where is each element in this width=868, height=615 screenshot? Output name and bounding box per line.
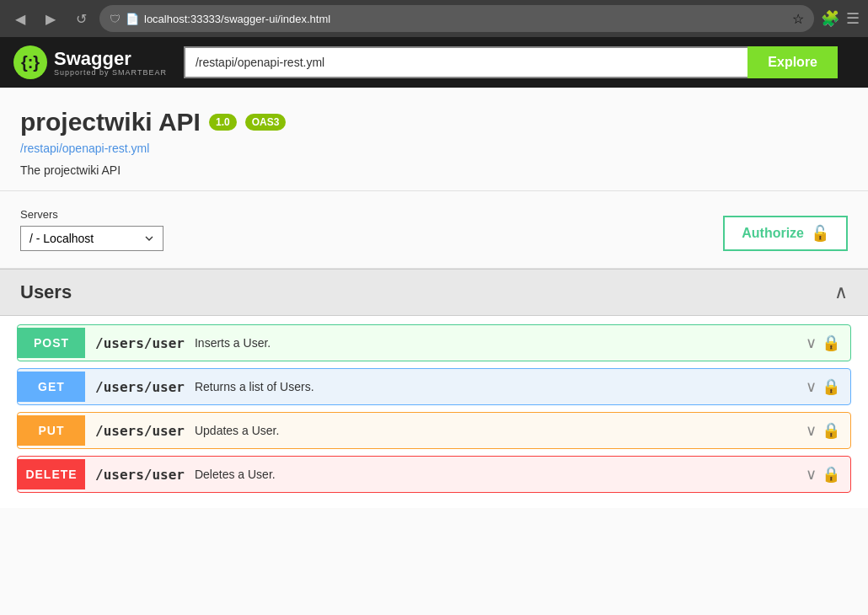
servers-select[interactable]: / - Localhost — [20, 226, 163, 251]
browser-chrome: ◀ ▶ ↺ 🛡 📄 localhost:33333/swagger-ui/ind… — [0, 0, 868, 37]
section-header-users[interactable]: Users ∧ — [0, 269, 868, 316]
version-badge: 1.0 — [209, 114, 237, 131]
lock-icon-get: 🔒 — [822, 377, 840, 396]
oas-badge: OAS3 — [245, 114, 287, 131]
extensions-icon[interactable]: 🧩 — [821, 9, 839, 28]
endpoint-row-delete[interactable]: DELETE /users/user Deletes a User. ∨ 🔒 — [17, 456, 851, 493]
authorize-label: Authorize — [742, 226, 804, 241]
chevron-down-icon-get: ∨ — [806, 377, 817, 396]
endpoint-row-put[interactable]: PUT /users/user Updates a User. ∨ 🔒 — [17, 412, 851, 449]
method-badge-get: GET — [18, 372, 85, 402]
lock-icon-put: 🔒 — [822, 421, 840, 440]
swagger-url-bar: Explore — [184, 46, 838, 78]
api-title-row: projectwiki API 1.0 OAS3 — [20, 108, 848, 136]
security-icon: 🛡 — [110, 13, 121, 25]
endpoint-actions-get: ∨ 🔒 — [796, 369, 850, 404]
lock-icon-delete: 🔒 — [822, 465, 840, 484]
method-badge-put: PUT — [18, 415, 85, 446]
swagger-header: {:} Swagger Supported by SMARTBEAR Explo… — [0, 37, 868, 88]
lock-icon: 🔓 — [811, 224, 829, 243]
endpoint-desc-delete: Deletes a User. — [195, 459, 796, 489]
section-title-users: Users — [20, 281, 72, 303]
endpoint-path-get: /users/user — [85, 371, 195, 404]
endpoint-path-delete: /users/user — [85, 458, 195, 491]
swagger-logo-name: Swagger — [54, 48, 167, 70]
page-icon: 📄 — [126, 13, 139, 25]
swagger-url-input[interactable] — [184, 46, 747, 78]
servers-label: Servers — [20, 208, 163, 221]
endpoint-desc-get: Returns a list of Users. — [195, 372, 796, 402]
address-url[interactable]: localhost:33333/swagger-ui/index.html — [144, 13, 787, 25]
api-link[interactable]: /restapi/openapi-rest.yml — [20, 142, 848, 155]
servers-section: Servers / - Localhost Authorize 🔓 — [0, 191, 868, 269]
endpoint-path-post: /users/user — [85, 327, 195, 360]
back-button[interactable]: ◀ — [8, 7, 32, 30]
chevron-down-icon-delete: ∨ — [806, 465, 817, 484]
endpoint-row-get[interactable]: GET /users/user Returns a list of Users.… — [17, 368, 851, 405]
endpoint-actions-put: ∨ 🔒 — [796, 413, 850, 448]
endpoints-list: POST /users/user Inserts a User. ∨ 🔒 GET… — [0, 316, 868, 508]
swagger-logo-sub: Supported by SMARTBEAR — [54, 68, 167, 77]
menu-icon[interactable]: ☰ — [846, 9, 860, 28]
address-bar: 🛡 📄 localhost:33333/swagger-ui/index.htm… — [99, 5, 814, 32]
api-info-section: projectwiki API 1.0 OAS3 /restapi/openap… — [0, 88, 868, 191]
endpoint-actions-delete: ∨ 🔒 — [796, 457, 850, 492]
reload-button[interactable]: ↺ — [69, 7, 93, 30]
browser-action-buttons: 🧩 ☰ — [821, 9, 860, 28]
endpoint-desc-post: Inserts a User. — [195, 328, 796, 358]
endpoint-desc-put: Updates a User. — [195, 415, 796, 446]
main-content: projectwiki API 1.0 OAS3 /restapi/openap… — [0, 88, 868, 615]
endpoint-path-put: /users/user — [85, 414, 195, 447]
bookmark-icon[interactable]: ☆ — [792, 11, 804, 27]
authorize-button[interactable]: Authorize 🔓 — [723, 216, 848, 251]
api-title: projectwiki API — [20, 108, 201, 136]
users-section: Users ∧ POST /users/user Inserts a User.… — [0, 269, 868, 508]
explore-button[interactable]: Explore — [747, 46, 838, 78]
collapse-icon: ∧ — [834, 281, 848, 303]
method-badge-delete: DELETE — [18, 459, 85, 489]
method-badge-post: POST — [18, 328, 85, 358]
endpoint-actions-post: ∨ 🔒 — [796, 325, 850, 361]
lock-icon-post: 🔒 — [822, 334, 840, 352]
swagger-logo-text-container: Swagger Supported by SMARTBEAR — [54, 48, 167, 77]
servers-container: Servers / - Localhost — [20, 208, 163, 251]
forward-button[interactable]: ▶ — [39, 7, 62, 30]
chevron-down-icon-put: ∨ — [806, 421, 817, 440]
endpoint-row-post[interactable]: POST /users/user Inserts a User. ∨ 🔒 — [17, 324, 851, 361]
swagger-logo: {:} Swagger Supported by SMARTBEAR — [13, 45, 167, 79]
api-description: The projectwiki API — [20, 163, 848, 177]
chevron-down-icon: ∨ — [806, 334, 817, 352]
swagger-logo-icon: {:} — [13, 45, 47, 79]
